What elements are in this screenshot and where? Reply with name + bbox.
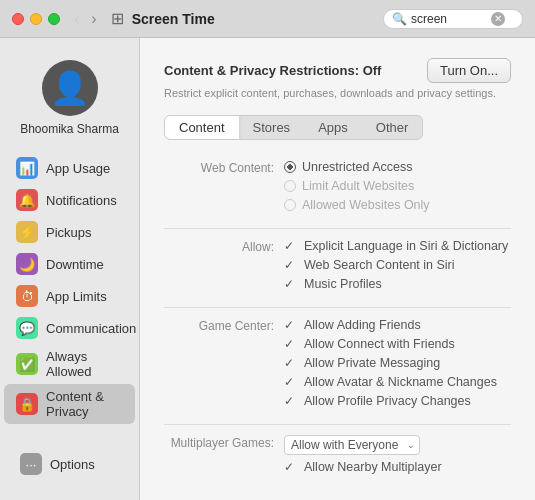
sidebar-item-options[interactable]: ··· Options <box>8 448 131 480</box>
sidebar-item-communication[interactable]: 💬 Communication <box>4 312 135 344</box>
title-bar: ‹ › ⊞ Screen Time 🔍 ✕ <box>0 0 535 38</box>
divider-3 <box>164 424 511 425</box>
back-button[interactable]: ‹ <box>70 10 83 28</box>
minimize-button[interactable] <box>30 13 42 25</box>
gc-profile-privacy[interactable]: ✓ Allow Profile Privacy Changes <box>284 394 497 408</box>
content-area: Content & Privacy Restrictions: Off Turn… <box>140 38 535 500</box>
options-icon: ··· <box>20 453 42 475</box>
check-connect-friends: ✓ <box>284 337 298 351</box>
web-content-label: Web Content: <box>164 160 284 212</box>
check-music: ✓ <box>284 277 298 291</box>
allow-explicit-lang[interactable]: ✓ Explicit Language in Siri & Dictionary <box>284 239 508 253</box>
sidebar-item-always-allowed[interactable]: ✅ Always Allowed <box>4 344 135 384</box>
game-center-label: Game Center: <box>164 318 284 408</box>
sidebar-item-notifications[interactable]: 🔔 Notifications <box>4 184 135 216</box>
multiplayer-row: Multiplayer Games: Allow with Everyone A… <box>164 435 511 474</box>
sidebar-label-content-privacy: Content & Privacy <box>46 389 123 419</box>
forward-button[interactable]: › <box>87 10 100 28</box>
allow-explicit-label: Explicit Language in Siri & Dictionary <box>304 239 508 253</box>
sidebar-item-downtime[interactable]: 🌙 Downtime <box>4 248 135 280</box>
web-content-section: Web Content: Unrestricted Access Limit A… <box>164 160 511 212</box>
restriction-header: Content & Privacy Restrictions: Off Turn… <box>164 58 511 83</box>
option-limit-adult[interactable]: Limit Adult Websites <box>284 179 430 193</box>
multiplayer-label: Multiplayer Games: <box>164 435 284 474</box>
multiplayer-select-row: Allow with Everyone Ask Before Allowing … <box>284 435 442 455</box>
turn-on-button[interactable]: Turn On... <box>427 58 511 83</box>
radio-allowed-only <box>284 199 296 211</box>
option-allowed-only[interactable]: Allowed Websites Only <box>284 198 430 212</box>
game-center-row: Game Center: ✓ Allow Adding Friends ✓ Al… <box>164 318 511 408</box>
allow-music-label: Music Profiles <box>304 277 382 291</box>
window-title: Screen Time <box>132 11 383 27</box>
restriction-title: Content & Privacy Restrictions: Off <box>164 63 381 78</box>
restriction-sub: Restrict explicit content, purchases, do… <box>164 87 511 99</box>
multiplayer-select[interactable]: Allow with Everyone Ask Before Allowing … <box>284 435 420 455</box>
divider-2 <box>164 307 511 308</box>
restriction-title-text: Content & Privacy Restrictions: Off <box>164 63 381 78</box>
content-privacy-icon: 🔒 <box>16 393 38 415</box>
check-avatar-nickname: ✓ <box>284 375 298 389</box>
check-profile-privacy: ✓ <box>284 394 298 408</box>
sidebar-item-pickups[interactable]: ⚡ Pickups <box>4 216 135 248</box>
profile-name: Bhoomika Sharma <box>20 122 119 136</box>
notifications-icon: 🔔 <box>16 189 38 211</box>
game-center-section: Game Center: ✓ Allow Adding Friends ✓ Al… <box>164 318 511 408</box>
option-allowed-only-label: Allowed Websites Only <box>302 198 430 212</box>
search-input[interactable] <box>411 12 491 26</box>
sidebar-label-pickups: Pickups <box>46 225 92 240</box>
check-adding-friends: ✓ <box>284 318 298 332</box>
web-content-row: Web Content: Unrestricted Access Limit A… <box>164 160 511 212</box>
tab-stores[interactable]: Stores <box>239 116 305 139</box>
sidebar-label-notifications: Notifications <box>46 193 117 208</box>
close-button[interactable] <box>12 13 24 25</box>
check-explicit: ✓ <box>284 239 298 253</box>
main-content: 👤 Bhoomika Sharma 📊 App Usage 🔔 Notifica… <box>0 38 535 500</box>
sidebar-label-communication: Communication <box>46 321 136 336</box>
gc-private-msg-label: Allow Private Messaging <box>304 356 440 370</box>
multiplayer-options: Allow with Everyone Ask Before Allowing … <box>284 435 442 474</box>
grid-icon: ⊞ <box>111 9 124 28</box>
tab-other[interactable]: Other <box>362 116 423 139</box>
option-unrestricted[interactable]: Unrestricted Access <box>284 160 430 174</box>
check-web-search: ✓ <box>284 258 298 272</box>
sidebar-item-content-privacy[interactable]: 🔒 Content & Privacy <box>4 384 135 424</box>
search-bar[interactable]: 🔍 ✕ <box>383 9 523 29</box>
app-usage-icon: 📊 <box>16 157 38 179</box>
tab-content[interactable]: Content <box>165 116 239 139</box>
allow-music-profiles[interactable]: ✓ Music Profiles <box>284 277 508 291</box>
multiplayer-select-wrapper[interactable]: Allow with Everyone Ask Before Allowing … <box>284 435 420 455</box>
downtime-icon: 🌙 <box>16 253 38 275</box>
profile-section: 👤 Bhoomika Sharma <box>0 50 139 152</box>
allow-nearby-multiplayer[interactable]: ✓ Allow Nearby Multiplayer <box>284 460 442 474</box>
sidebar-item-app-limits[interactable]: ⏱ App Limits <box>4 280 135 312</box>
sidebar-label-always-allowed: Always Allowed <box>46 349 123 379</box>
sidebar-item-app-usage[interactable]: 📊 App Usage <box>4 152 135 184</box>
option-unrestricted-label: Unrestricted Access <box>302 160 412 174</box>
sidebar-label-downtime: Downtime <box>46 257 104 272</box>
radio-limit-adult <box>284 180 296 192</box>
allow-options: ✓ Explicit Language in Siri & Dictionary… <box>284 239 508 291</box>
tab-apps[interactable]: Apps <box>304 116 362 139</box>
sidebar: 👤 Bhoomika Sharma 📊 App Usage 🔔 Notifica… <box>0 38 140 500</box>
gc-adding-friends[interactable]: ✓ Allow Adding Friends <box>284 318 497 332</box>
sidebar-label-options: Options <box>50 457 95 472</box>
gc-private-msg[interactable]: ✓ Allow Private Messaging <box>284 356 497 370</box>
web-content-options: Unrestricted Access Limit Adult Websites… <box>284 160 430 212</box>
gc-avatar-nickname[interactable]: ✓ Allow Avatar & Nickname Changes <box>284 375 497 389</box>
allow-web-search[interactable]: ✓ Web Search Content in Siri <box>284 258 508 272</box>
maximize-button[interactable] <box>48 13 60 25</box>
gc-connect-friends[interactable]: ✓ Allow Connect with Friends <box>284 337 497 351</box>
gc-profile-privacy-label: Allow Profile Privacy Changes <box>304 394 471 408</box>
search-clear-button[interactable]: ✕ <box>491 12 505 26</box>
sidebar-label-app-limits: App Limits <box>46 289 107 304</box>
gc-adding-friends-label: Allow Adding Friends <box>304 318 421 332</box>
allow-web-search-label: Web Search Content in Siri <box>304 258 455 272</box>
traffic-lights <box>12 13 60 25</box>
sidebar-label-app-usage: App Usage <box>46 161 110 176</box>
option-limit-adult-label: Limit Adult Websites <box>302 179 414 193</box>
allow-row: Allow: ✓ Explicit Language in Siri & Dic… <box>164 239 511 291</box>
allow-label: Allow: <box>164 239 284 291</box>
app-limits-icon: ⏱ <box>16 285 38 307</box>
search-icon: 🔍 <box>392 12 407 26</box>
gc-connect-friends-label: Allow Connect with Friends <box>304 337 455 351</box>
